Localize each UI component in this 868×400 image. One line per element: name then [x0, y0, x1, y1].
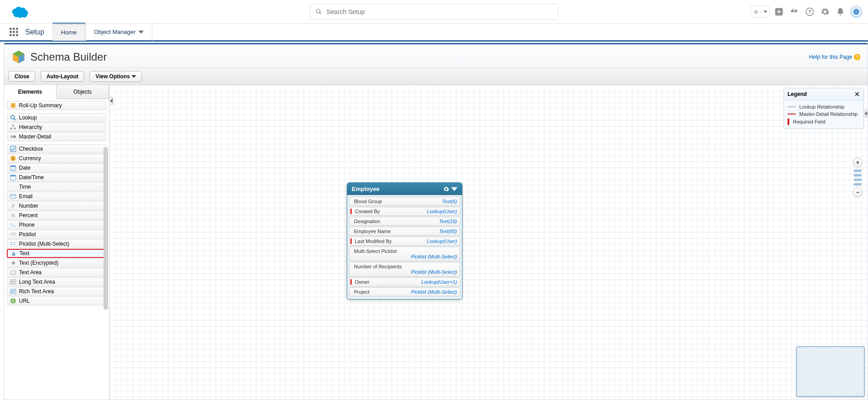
waffle-icon	[9, 28, 18, 36]
tab-label: Home	[61, 29, 77, 36]
app-name: Setup	[25, 28, 44, 36]
tab-label: Object Manager	[94, 29, 136, 35]
salesforce-help-button[interactable]	[788, 6, 800, 18]
add-button[interactable]	[773, 6, 785, 18]
search-icon	[316, 9, 322, 15]
bell-icon	[836, 7, 845, 16]
setup-gear-button[interactable]	[819, 6, 831, 18]
header-actions: ?	[750, 5, 863, 18]
app-launcher[interactable]	[5, 24, 22, 40]
caret-down-icon	[764, 10, 767, 14]
tab-home[interactable]: Home	[52, 23, 85, 41]
cloud-arrow-icon	[790, 7, 799, 16]
question-icon: ?	[805, 7, 814, 16]
tab-object-manager[interactable]: Object Manager	[85, 23, 153, 41]
svg-text:?: ?	[808, 9, 811, 14]
global-header: ?	[0, 0, 868, 24]
notifications-button[interactable]	[835, 6, 846, 18]
salesforce-logo	[9, 4, 31, 19]
search-box[interactable]	[310, 4, 558, 20]
favorites-button[interactable]	[750, 6, 769, 18]
plus-icon	[774, 7, 783, 16]
chevron-down-icon	[138, 29, 144, 35]
help-button[interactable]: ?	[804, 6, 816, 18]
user-avatar[interactable]	[850, 5, 863, 18]
context-nav: Setup Home Object Manager	[0, 24, 868, 42]
star-icon	[753, 9, 759, 15]
gear-icon	[821, 7, 830, 16]
search-input[interactable]	[326, 8, 552, 15]
